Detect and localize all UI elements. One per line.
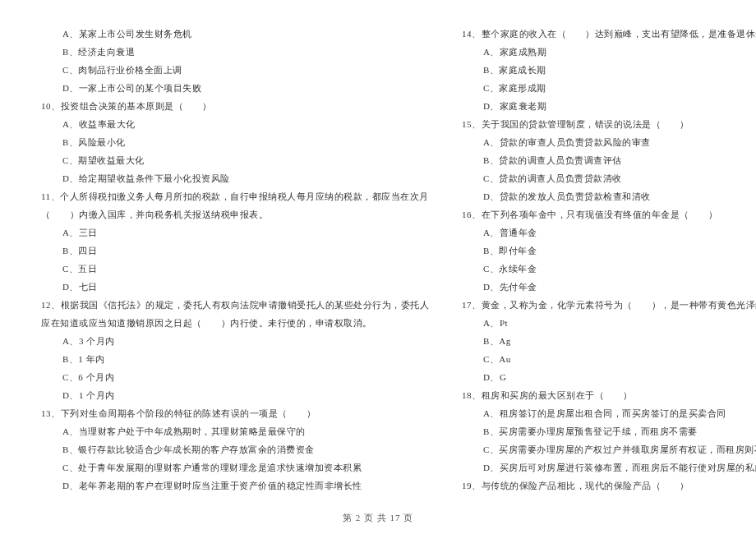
- question-10: 10、投资组合决策的基本原则是（ ）: [41, 97, 429, 115]
- question-13: 13、下列对生命周期各个阶段的特征的陈述有误的一项是（ ）: [41, 404, 429, 422]
- option-a: A、租房签订的是房屋出租合同，而买房签订的是买卖合同: [462, 404, 756, 422]
- option-c: C、Au: [462, 350, 756, 368]
- option-d: D、1 个月内: [41, 386, 429, 404]
- option-b: B、家庭成长期: [462, 61, 756, 79]
- option-c: C、肉制品行业价格全面上调: [41, 61, 429, 79]
- option-a: A、贷款的审查人员负责贷款风险的审查: [462, 133, 756, 151]
- right-column: 14、整个家庭的收入在（ ）达到巅峰，支出有望降低，是准备退休金的黄金时期。 A…: [462, 25, 756, 501]
- option-b: B、经济走向衰退: [41, 43, 429, 61]
- option-b: B、四日: [41, 242, 429, 260]
- question-11-cont: （ ）内缴入国库，并向税务机关报送纳税申报表。: [41, 205, 429, 223]
- question-18: 18、租房和买房的最大区别在于（ ）: [462, 386, 756, 404]
- option-c: C、家庭形成期: [462, 79, 756, 97]
- option-b: B、Ag: [462, 332, 756, 350]
- left-column: A、某家上市公司发生财务危机 B、经济走向衰退 C、肉制品行业价格全面上调 D、…: [41, 25, 429, 501]
- option-c: C、6 个月内: [41, 368, 429, 386]
- option-d: D、七日: [41, 278, 429, 296]
- option-a: A、普通年金: [462, 223, 756, 242]
- option-d: D、买房后可对房屋进行装修布置，而租房后不能行使对房屋的私自变动: [462, 458, 756, 476]
- option-b: B、买房需要办理房屋预售登记手续，而租房不需要: [462, 422, 756, 440]
- option-d: D、给定期望收益条件下最小化投资风险: [41, 169, 429, 187]
- option-a: A、三日: [41, 223, 429, 242]
- option-c: C、贷款的调查人员负责贷款清收: [462, 169, 756, 187]
- option-b: B、银行存款比较适合少年成长期的客户存放富余的消费资金: [41, 440, 429, 458]
- option-c: C、五日: [41, 260, 429, 278]
- content-columns: A、某家上市公司发生财务危机 B、经济走向衰退 C、肉制品行业价格全面上调 D、…: [41, 25, 715, 501]
- option-b: B、风险最小化: [41, 133, 429, 151]
- question-17: 17、黄金，又称为金，化学元素符号为（ ），是一种带有黄色光泽的金属。: [462, 296, 756, 314]
- option-d: D、老年养老期的客户在理财时应当注重于资产价值的稳定性而非增长性: [41, 476, 429, 495]
- option-a: A、家庭成熟期: [462, 43, 756, 61]
- option-c: C、买房需要办理房屋的产权过户并领取房屋所有权证，而租房则不需要: [462, 440, 756, 458]
- question-15: 15、关于我国的贷款管理制度，错误的说法是（ ）: [462, 115, 756, 133]
- question-11: 11、个人所得税扣缴义务人每月所扣的税款，自行申报纳税人每月应纳的税款，都应当在…: [41, 187, 429, 205]
- option-a: A、3 个月内: [41, 332, 429, 350]
- option-d: D、一家上市公司的某个项目失败: [41, 79, 429, 97]
- option-b: B、1 年内: [41, 350, 429, 368]
- option-c: C、处于青年发展期的理财客户通常的理财理念是追求快速增加资本积累: [41, 458, 429, 476]
- question-19: 19、与传统的保险产品相比，现代的保险产品（ ）: [462, 476, 756, 495]
- option-b: B、即付年金: [462, 242, 756, 260]
- option-c: C、期望收益最大化: [41, 151, 429, 169]
- option-a: A、收益率最大化: [41, 115, 429, 133]
- page-footer: 第 2 页 共 17 页: [0, 512, 756, 524]
- question-14: 14、整个家庭的收入在（ ）达到巅峰，支出有望降低，是准备退休金的黄金时期。: [462, 25, 756, 43]
- option-c: C、永续年金: [462, 260, 756, 278]
- question-16: 16、在下列各项年金中，只有现值没有终值的年金是（ ）: [462, 205, 756, 223]
- question-12-cont: 应在知道或应当知道撤销原因之日起（ ）内行使。未行使的，申请权取消。: [41, 314, 429, 332]
- option-d: D、贷款的发放人员负责贷款检查和清收: [462, 187, 756, 205]
- option-a: A、当理财客户处于中年成熟期时，其理财策略是最保守的: [41, 422, 429, 440]
- option-d: D、先付年金: [462, 278, 756, 296]
- option-b: B、贷款的调查人员负责调查评估: [462, 151, 756, 169]
- option-d: D、家庭衰老期: [462, 97, 756, 115]
- option-d: D、G: [462, 368, 756, 386]
- option-a: A、某家上市公司发生财务危机: [41, 25, 429, 43]
- option-a: A、Pt: [462, 314, 756, 332]
- question-12: 12、根据我国《信托法》的规定，委托人有权向法院申请撤销受托人的某些处分行为，委…: [41, 296, 429, 314]
